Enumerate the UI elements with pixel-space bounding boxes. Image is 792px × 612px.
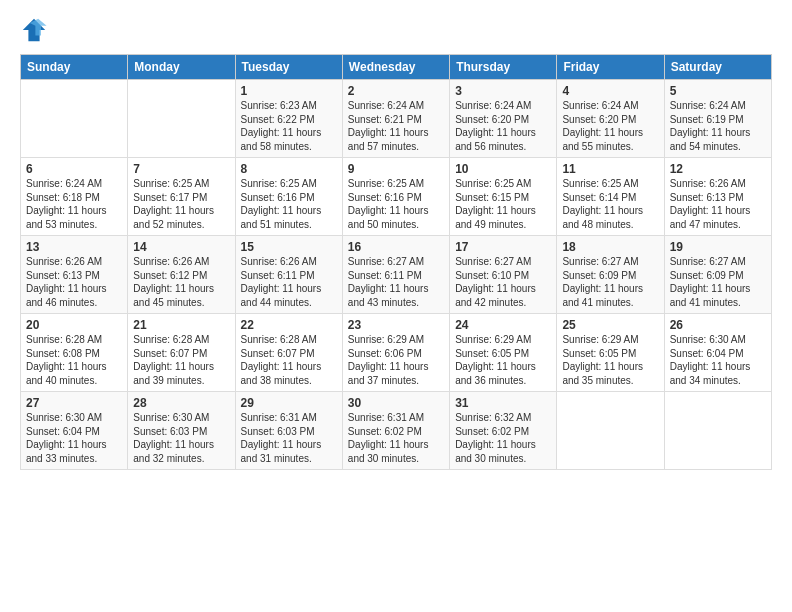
- col-header-sunday: Sunday: [21, 55, 128, 80]
- day-cell: 19Sunrise: 6:27 AMSunset: 6:09 PMDayligh…: [664, 236, 771, 314]
- day-cell: 9Sunrise: 6:25 AMSunset: 6:16 PMDaylight…: [342, 158, 449, 236]
- day-number: 26: [670, 318, 766, 332]
- week-row-4: 20Sunrise: 6:28 AMSunset: 6:08 PMDayligh…: [21, 314, 772, 392]
- day-number: 25: [562, 318, 658, 332]
- day-cell: 23Sunrise: 6:29 AMSunset: 6:06 PMDayligh…: [342, 314, 449, 392]
- col-header-saturday: Saturday: [664, 55, 771, 80]
- day-number: 19: [670, 240, 766, 254]
- day-cell: 4Sunrise: 6:24 AMSunset: 6:20 PMDaylight…: [557, 80, 664, 158]
- day-cell: 16Sunrise: 6:27 AMSunset: 6:11 PMDayligh…: [342, 236, 449, 314]
- header: [20, 16, 772, 44]
- day-number: 24: [455, 318, 551, 332]
- day-cell: 31Sunrise: 6:32 AMSunset: 6:02 PMDayligh…: [450, 392, 557, 470]
- day-cell: [21, 80, 128, 158]
- day-cell: [557, 392, 664, 470]
- day-cell: 5Sunrise: 6:24 AMSunset: 6:19 PMDaylight…: [664, 80, 771, 158]
- day-info: Sunrise: 6:30 AMSunset: 6:04 PMDaylight:…: [26, 411, 122, 465]
- day-info: Sunrise: 6:25 AMSunset: 6:16 PMDaylight:…: [348, 177, 444, 231]
- day-info: Sunrise: 6:29 AMSunset: 6:06 PMDaylight:…: [348, 333, 444, 387]
- day-number: 28: [133, 396, 229, 410]
- day-cell: 6Sunrise: 6:24 AMSunset: 6:18 PMDaylight…: [21, 158, 128, 236]
- day-cell: 7Sunrise: 6:25 AMSunset: 6:17 PMDaylight…: [128, 158, 235, 236]
- day-number: 14: [133, 240, 229, 254]
- day-number: 27: [26, 396, 122, 410]
- col-header-monday: Monday: [128, 55, 235, 80]
- day-cell: 17Sunrise: 6:27 AMSunset: 6:10 PMDayligh…: [450, 236, 557, 314]
- day-info: Sunrise: 6:24 AMSunset: 6:21 PMDaylight:…: [348, 99, 444, 153]
- day-number: 8: [241, 162, 337, 176]
- week-row-1: 1Sunrise: 6:23 AMSunset: 6:22 PMDaylight…: [21, 80, 772, 158]
- day-info: Sunrise: 6:24 AMSunset: 6:20 PMDaylight:…: [455, 99, 551, 153]
- logo: [20, 16, 52, 44]
- day-cell: 13Sunrise: 6:26 AMSunset: 6:13 PMDayligh…: [21, 236, 128, 314]
- col-header-thursday: Thursday: [450, 55, 557, 80]
- day-cell: 29Sunrise: 6:31 AMSunset: 6:03 PMDayligh…: [235, 392, 342, 470]
- day-number: 2: [348, 84, 444, 98]
- week-row-3: 13Sunrise: 6:26 AMSunset: 6:13 PMDayligh…: [21, 236, 772, 314]
- day-info: Sunrise: 6:25 AMSunset: 6:14 PMDaylight:…: [562, 177, 658, 231]
- day-info: Sunrise: 6:25 AMSunset: 6:16 PMDaylight:…: [241, 177, 337, 231]
- day-info: Sunrise: 6:32 AMSunset: 6:02 PMDaylight:…: [455, 411, 551, 465]
- day-info: Sunrise: 6:31 AMSunset: 6:02 PMDaylight:…: [348, 411, 444, 465]
- day-info: Sunrise: 6:29 AMSunset: 6:05 PMDaylight:…: [562, 333, 658, 387]
- header-row: SundayMondayTuesdayWednesdayThursdayFrid…: [21, 55, 772, 80]
- day-number: 9: [348, 162, 444, 176]
- day-cell: 2Sunrise: 6:24 AMSunset: 6:21 PMDaylight…: [342, 80, 449, 158]
- day-info: Sunrise: 6:28 AMSunset: 6:07 PMDaylight:…: [241, 333, 337, 387]
- day-number: 16: [348, 240, 444, 254]
- day-info: Sunrise: 6:24 AMSunset: 6:20 PMDaylight:…: [562, 99, 658, 153]
- day-number: 6: [26, 162, 122, 176]
- day-number: 5: [670, 84, 766, 98]
- page: SundayMondayTuesdayWednesdayThursdayFrid…: [0, 0, 792, 480]
- day-number: 12: [670, 162, 766, 176]
- day-info: Sunrise: 6:27 AMSunset: 6:09 PMDaylight:…: [562, 255, 658, 309]
- day-info: Sunrise: 6:27 AMSunset: 6:09 PMDaylight:…: [670, 255, 766, 309]
- day-cell: 30Sunrise: 6:31 AMSunset: 6:02 PMDayligh…: [342, 392, 449, 470]
- col-header-friday: Friday: [557, 55, 664, 80]
- day-cell: 11Sunrise: 6:25 AMSunset: 6:14 PMDayligh…: [557, 158, 664, 236]
- day-info: Sunrise: 6:30 AMSunset: 6:03 PMDaylight:…: [133, 411, 229, 465]
- day-number: 17: [455, 240, 551, 254]
- day-number: 18: [562, 240, 658, 254]
- day-info: Sunrise: 6:23 AMSunset: 6:22 PMDaylight:…: [241, 99, 337, 153]
- day-info: Sunrise: 6:28 AMSunset: 6:07 PMDaylight:…: [133, 333, 229, 387]
- day-number: 21: [133, 318, 229, 332]
- day-cell: 3Sunrise: 6:24 AMSunset: 6:20 PMDaylight…: [450, 80, 557, 158]
- day-number: 22: [241, 318, 337, 332]
- day-number: 11: [562, 162, 658, 176]
- day-number: 4: [562, 84, 658, 98]
- day-cell: 18Sunrise: 6:27 AMSunset: 6:09 PMDayligh…: [557, 236, 664, 314]
- day-info: Sunrise: 6:26 AMSunset: 6:13 PMDaylight:…: [670, 177, 766, 231]
- day-cell: 12Sunrise: 6:26 AMSunset: 6:13 PMDayligh…: [664, 158, 771, 236]
- day-number: 31: [455, 396, 551, 410]
- day-cell: [128, 80, 235, 158]
- day-cell: 25Sunrise: 6:29 AMSunset: 6:05 PMDayligh…: [557, 314, 664, 392]
- day-number: 1: [241, 84, 337, 98]
- day-cell: 1Sunrise: 6:23 AMSunset: 6:22 PMDaylight…: [235, 80, 342, 158]
- day-cell: 10Sunrise: 6:25 AMSunset: 6:15 PMDayligh…: [450, 158, 557, 236]
- day-number: 7: [133, 162, 229, 176]
- day-info: Sunrise: 6:31 AMSunset: 6:03 PMDaylight:…: [241, 411, 337, 465]
- day-cell: 28Sunrise: 6:30 AMSunset: 6:03 PMDayligh…: [128, 392, 235, 470]
- day-info: Sunrise: 6:25 AMSunset: 6:15 PMDaylight:…: [455, 177, 551, 231]
- day-info: Sunrise: 6:28 AMSunset: 6:08 PMDaylight:…: [26, 333, 122, 387]
- day-info: Sunrise: 6:27 AMSunset: 6:10 PMDaylight:…: [455, 255, 551, 309]
- day-cell: 26Sunrise: 6:30 AMSunset: 6:04 PMDayligh…: [664, 314, 771, 392]
- day-number: 10: [455, 162, 551, 176]
- day-number: 29: [241, 396, 337, 410]
- day-info: Sunrise: 6:26 AMSunset: 6:13 PMDaylight:…: [26, 255, 122, 309]
- day-cell: 24Sunrise: 6:29 AMSunset: 6:05 PMDayligh…: [450, 314, 557, 392]
- day-cell: 14Sunrise: 6:26 AMSunset: 6:12 PMDayligh…: [128, 236, 235, 314]
- week-row-2: 6Sunrise: 6:24 AMSunset: 6:18 PMDaylight…: [21, 158, 772, 236]
- col-header-wednesday: Wednesday: [342, 55, 449, 80]
- day-info: Sunrise: 6:29 AMSunset: 6:05 PMDaylight:…: [455, 333, 551, 387]
- day-cell: 22Sunrise: 6:28 AMSunset: 6:07 PMDayligh…: [235, 314, 342, 392]
- day-number: 30: [348, 396, 444, 410]
- day-number: 3: [455, 84, 551, 98]
- day-info: Sunrise: 6:24 AMSunset: 6:19 PMDaylight:…: [670, 99, 766, 153]
- day-number: 13: [26, 240, 122, 254]
- day-info: Sunrise: 6:30 AMSunset: 6:04 PMDaylight:…: [670, 333, 766, 387]
- logo-icon: [20, 16, 48, 44]
- day-info: Sunrise: 6:25 AMSunset: 6:17 PMDaylight:…: [133, 177, 229, 231]
- day-cell: 21Sunrise: 6:28 AMSunset: 6:07 PMDayligh…: [128, 314, 235, 392]
